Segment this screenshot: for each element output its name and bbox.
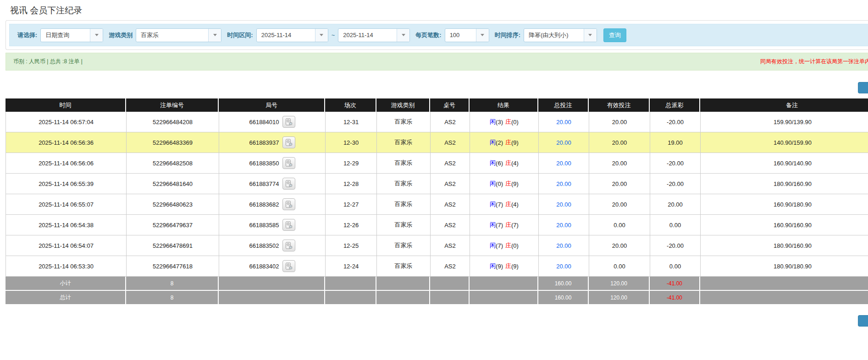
total-bet-link[interactable]: 20.00 [556,119,571,125]
date-from-value: 2025-11-14 [257,29,315,42]
cell-valid-bet: 20.00 [589,174,650,194]
player-score: (7) [496,222,503,229]
cell-total-bet: 20.00 [539,153,589,173]
total-bet-link[interactable]: 20.00 [556,242,571,249]
cell-round-id: 661883502 [219,235,326,256]
cell-result: 闲(0)庄(9) [470,174,539,194]
total-bet-link[interactable]: 20.00 [556,180,571,187]
total-bet-link[interactable]: 20.00 [556,263,571,270]
video-replay-button[interactable] [282,198,295,210]
cell-total-bet: 20.00 [539,235,589,256]
summary-empty-cell [325,291,376,304]
player-label: 闲 [490,241,496,250]
video-replay-button[interactable] [282,178,295,190]
total-bet-link[interactable]: 20.00 [556,201,571,208]
chevron-down-icon[interactable] [315,29,328,42]
cell-table-no: AS2 [431,215,470,235]
summary-empty-cell [700,291,868,304]
banker-label: 庄 [505,221,511,229]
cell-table-no: AS2 [431,174,470,194]
date-to-value: 2025-11-14 [338,29,397,42]
summary-row: 总计8160.00120.00-41.00 [6,291,868,304]
player-label: 闲 [490,200,496,208]
player-score: (6) [496,160,503,167]
cell-valid-bet: 20.00 [589,112,650,132]
video-icon [285,180,293,187]
table-row: 2025-11-14 06:56:36522966483369661883937… [6,132,868,153]
summary-empty-cell [430,277,470,290]
summary-row: 小计8160.00120.00-41.00 [6,277,868,290]
range-separator: ~ [332,32,335,38]
sort-order-value: 降幂(由大到小) [524,29,584,42]
filter-panel: 请选择: 日期查询 游戏类别 百家乐 时间区间: 2025-11-14 ~ 20… [6,20,868,50]
video-replay-button[interactable] [282,260,295,272]
chevron-down-icon[interactable] [397,29,409,42]
summary-valid-bet: 120.00 [589,291,650,304]
table-header-row: 时间注单编号局号场次游戏类别桌号结果总投注有效投注总派彩备注 [6,98,868,112]
column-header: 结果 [470,98,538,112]
table-row: 2025-11-14 06:55:07522966480623661883682… [6,194,868,215]
chevron-down-icon[interactable] [584,29,597,42]
cell-table-no: AS2 [431,153,470,173]
chevron-down-icon[interactable] [208,29,221,42]
query-button[interactable]: 查询 [603,28,626,42]
cell-payout: 19.00 [650,132,701,153]
banker-label: 庄 [505,159,511,167]
cell-payout: -20.00 [650,174,701,194]
summary-empty-cell [376,291,430,304]
page: 视讯 会员下注纪录 请选择: 日期查询 游戏类别 百家乐 时间区间: 2025-… [0,0,868,360]
partial-button-top[interactable] [858,82,868,93]
player-score: (7) [496,242,503,249]
summary-empty-cell [700,277,868,290]
summary-count: 8 [126,277,219,290]
player-score: (7) [496,201,503,208]
page-size-select[interactable]: 100 [445,28,489,42]
cell-round-id: 661883682 [219,194,326,214]
cell-remark: 160.90/140.90 [701,153,868,173]
game-type-label: 游戏类别 [109,31,133,39]
game-type-select[interactable]: 百家乐 [136,28,221,42]
chevron-down-icon[interactable] [90,29,103,42]
total-bet-link[interactable]: 20.00 [556,139,571,146]
cell-result: 闲(9)庄(9) [470,256,539,276]
video-replay-button[interactable] [282,116,295,128]
banker-score: (9) [511,180,519,187]
partial-button-bottom[interactable] [858,315,868,327]
banker-score: (0) [511,119,519,125]
table-row: 2025-11-14 06:54:38522966479637661883585… [6,215,868,235]
cell-total-bet: 20.00 [539,256,589,276]
cell-remark: 160.90/180.90 [701,194,868,214]
summary-total-bet: 160.00 [538,291,589,304]
summary-empty-cell [325,277,376,290]
cell-remark: 180.90/160.90 [701,235,868,256]
video-replay-button[interactable] [282,219,295,231]
cell-session: 12-28 [326,174,377,194]
cell-game-type: 百家乐 [377,194,431,214]
cell-bet-id: 522966481640 [127,174,219,194]
filter-bar: 请选择: 日期查询 游戏类别 百家乐 时间区间: 2025-11-14 ~ 20… [9,24,868,46]
sort-order-select[interactable]: 降幂(由大到小) [524,28,597,42]
cell-game-type: 百家乐 [377,174,431,194]
summary-label: 总计 [6,291,126,304]
video-replay-button[interactable] [282,157,295,169]
video-replay-button[interactable] [282,136,295,148]
player-label: 闲 [490,118,496,126]
total-bet-link[interactable]: 20.00 [556,222,571,229]
date-from-select[interactable]: 2025-11-14 [256,28,328,42]
video-replay-button[interactable] [282,240,295,251]
table-row: 2025-11-14 06:57:04522966484208661884010… [6,112,868,132]
player-label: 闲 [490,138,496,147]
date-to-select[interactable]: 2025-11-14 [338,28,410,42]
column-header: 游戏类别 [376,98,430,112]
total-bet-link[interactable]: 20.00 [556,160,571,167]
banker-score: (7) [511,222,519,229]
banker-label: 庄 [505,180,511,188]
cell-payout: -20.00 [650,112,701,132]
cell-remark: 180.90/160.90 [701,174,868,194]
player-label: 闲 [490,221,496,229]
cell-result: 闲(6)庄(4) [470,153,539,173]
chevron-down-icon[interactable] [476,29,489,42]
query-type-select[interactable]: 日期查询 [40,28,103,42]
cell-result: 闲(2)庄(9) [470,132,539,153]
banker-label: 庄 [505,262,511,270]
